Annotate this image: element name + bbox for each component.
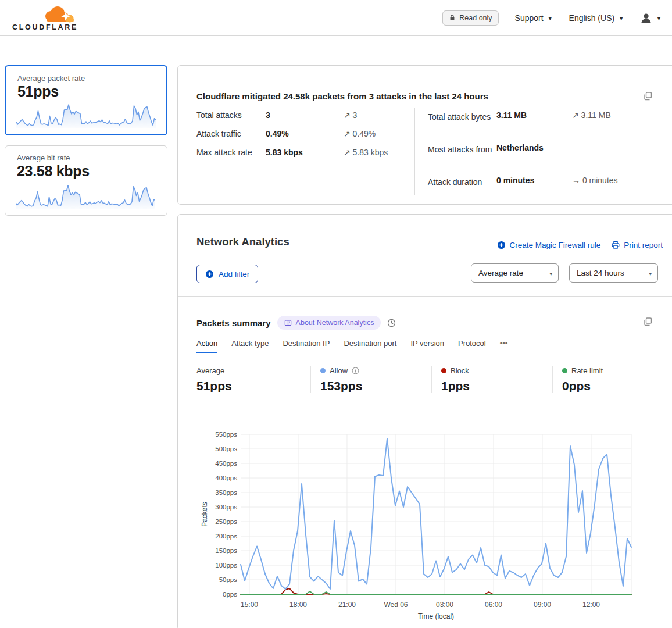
stat-label: Max attack rate	[196, 148, 266, 157]
svg-text:06:00: 06:00	[485, 601, 502, 609]
chart-legend: Average 51pps Allow 153pps Block 1pps	[196, 366, 672, 393]
chevron-down-icon: ▼	[656, 16, 662, 22]
stat-value: 3.11 MB	[496, 110, 572, 123]
svg-text:300pps: 300pps	[215, 504, 237, 511]
legend-average: Average 51pps	[196, 366, 310, 393]
cloudflare-cloud-icon	[45, 6, 74, 23]
stat-trend: → 0 minutes	[572, 176, 618, 188]
add-filter-button[interactable]: Add filter	[196, 265, 258, 283]
packet-rate-sparkline	[16, 102, 156, 130]
stat-max-attack-rate: Max attack rate 5.83 kbps ↗ 5.83 kbps	[196, 148, 388, 157]
stat-trend: ↗ 3.11 MB	[572, 110, 611, 123]
time-range-value: Last 24 hours	[577, 269, 624, 277]
stats-divider	[414, 108, 415, 195]
allow-dot-icon	[320, 368, 326, 373]
tab-ip-version[interactable]: IP version	[410, 339, 444, 353]
legend-value: 51pps	[196, 379, 310, 393]
tabs-overflow-menu[interactable]: •••	[500, 339, 508, 353]
stat-value: 5.83 kbps	[266, 148, 344, 157]
packets-time-series-chart[interactable]: 0pps50pps100pps150pps200pps250pps300pps3…	[199, 430, 652, 627]
language-label: English (US)	[569, 13, 615, 23]
metric-value: 51pps	[17, 83, 166, 100]
svg-text:150pps: 150pps	[215, 547, 237, 554]
legend-value: 0pps	[562, 379, 672, 393]
svg-text:50pps: 50pps	[219, 576, 238, 583]
create-rule-label: Create Magic Firewall rule	[509, 241, 600, 249]
metric-label: Average packet rate	[17, 74, 166, 83]
chevron-down-icon: ▼	[548, 16, 553, 22]
card-divider	[178, 296, 672, 297]
chevron-down-icon: ▾	[549, 271, 552, 277]
network-analytics-card: Network Analytics Create Magic Firewall …	[177, 214, 672, 628]
metric-select-value: Average rate	[478, 269, 523, 277]
legend-allow[interactable]: Allow 153pps	[310, 366, 431, 393]
legend-block[interactable]: Block 1pps	[431, 366, 552, 393]
lock-icon	[449, 14, 456, 22]
top-header: CLOUDFLARE Read only Support ▼ English (…	[0, 0, 672, 36]
stat-total-attack-bytes: Total attack bytes 3.11 MB ↗ 3.11 MB	[428, 110, 611, 123]
stat-trend: ↗ 0.49%	[344, 129, 376, 138]
dimension-tabs: Action Attack type Destination IP Destin…	[196, 339, 507, 353]
print-report-link[interactable]: Print report	[611, 240, 663, 249]
rate-limit-dot-icon	[562, 368, 567, 373]
copy-icon[interactable]	[643, 317, 653, 329]
tab-protocol[interactable]: Protocol	[458, 339, 486, 353]
tab-attack-type[interactable]: Attack type	[231, 339, 269, 353]
metric-select[interactable]: Average rate ▾	[471, 263, 559, 283]
stat-attack-duration: Attack duration 0 minutes → 0 minutes	[428, 176, 618, 188]
bit-rate-sparkline	[16, 183, 155, 211]
svg-text:Packets: Packets	[201, 502, 209, 527]
cloudflare-logo[interactable]: CLOUDFLARE	[10, 4, 84, 32]
metric-card-bit-rate[interactable]: Average bit rate 23.58 kbps	[5, 145, 167, 216]
stat-label: Attack duration	[428, 176, 496, 188]
add-filter-label: Add filter	[219, 270, 249, 279]
svg-text:09:00: 09:00	[534, 601, 551, 609]
stat-label: Attack traffic	[196, 129, 266, 138]
stat-trend: ↗ 3	[344, 110, 357, 120]
book-icon	[284, 319, 292, 327]
svg-text:450pps: 450pps	[215, 460, 237, 467]
svg-text:500pps: 500pps	[215, 445, 237, 452]
support-menu[interactable]: Support ▼	[515, 13, 553, 23]
metric-value: 23.58 kbps	[17, 163, 167, 180]
metric-label: Average bit rate	[17, 154, 167, 162]
svg-text:18:00: 18:00	[289, 601, 307, 609]
stat-label: Most attacks from	[428, 143, 496, 156]
svg-text:100pps: 100pps	[215, 562, 237, 569]
legend-rate-limit[interactable]: Rate limit 0pps	[552, 366, 672, 393]
stat-value: Netherlands	[496, 143, 572, 156]
support-label: Support	[515, 13, 544, 23]
user-icon	[640, 12, 652, 24]
printer-icon	[611, 240, 620, 249]
stat-most-attacks-from: Most attacks from Netherlands	[428, 143, 572, 156]
svg-text:15:00: 15:00	[241, 601, 258, 609]
copy-icon[interactable]	[643, 91, 653, 104]
plus-circle-icon	[205, 270, 214, 279]
legend-label: Block	[451, 366, 469, 375]
info-icon[interactable]	[352, 367, 359, 374]
tab-destination-port[interactable]: Destination port	[344, 339, 396, 353]
metric-card-packet-rate[interactable]: Average packet rate 51pps	[5, 65, 167, 135]
stat-label: Total attack bytes	[428, 110, 496, 123]
svg-text:550pps: 550pps	[215, 431, 237, 438]
time-range-select[interactable]: Last 24 hours ▾	[569, 263, 658, 283]
create-magic-firewall-rule-link[interactable]: Create Magic Firewall rule	[497, 241, 600, 249]
print-report-label: Print report	[624, 241, 663, 249]
tab-destination-ip[interactable]: Destination IP	[283, 339, 330, 353]
svg-text:Wed 06: Wed 06	[384, 601, 408, 609]
stat-label: Total attacks	[196, 110, 266, 120]
svg-text:350pps: 350pps	[215, 489, 237, 496]
svg-text:Time (local): Time (local)	[418, 612, 454, 620]
summary-title: Cloudflare mitigated 24.58k packets from…	[196, 91, 488, 101]
svg-text:200pps: 200pps	[215, 533, 237, 540]
account-menu[interactable]: ▼	[640, 12, 662, 24]
language-menu[interactable]: English (US) ▼	[569, 13, 624, 23]
plus-circle-icon	[497, 241, 506, 249]
legend-value: 1pps	[441, 379, 552, 393]
tab-action[interactable]: Action	[196, 339, 217, 353]
legend-value: 153pps	[320, 379, 431, 393]
svg-text:400pps: 400pps	[215, 474, 237, 481]
about-network-analytics-badge[interactable]: About Network Analytics	[277, 316, 381, 330]
history-clock-icon[interactable]	[387, 319, 396, 327]
read-only-label: Read only	[459, 14, 492, 22]
